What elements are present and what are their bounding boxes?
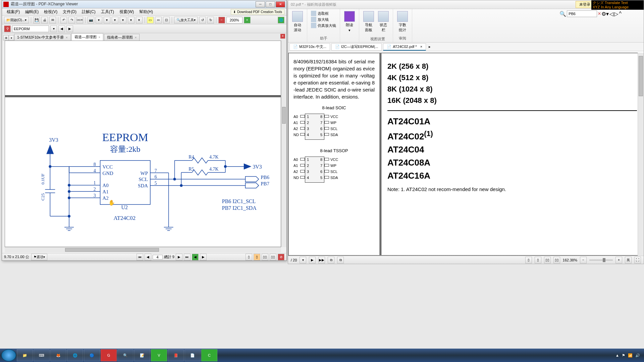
fit-page-button[interactable]: ⊡ <box>163 17 170 23</box>
tool-f[interactable]: ▾ <box>136 17 143 23</box>
right-content[interactable]: 8/4096/8192/16384 bits of serial memory … <box>288 53 644 256</box>
zoom-slider[interactable] <box>589 259 613 261</box>
system-tray[interactable]: ▲ ⚑ 📶 🔊 <box>615 353 643 358</box>
horizontal-scrollbar[interactable] <box>5 247 281 252</box>
print-button[interactable]: 🖨 <box>41 17 48 23</box>
download-badge[interactable]: ⬇Download PDF Creation Tools <box>231 9 284 15</box>
close-doc-button[interactable]: ⊘ <box>278 254 284 260</box>
tray-volume-icon[interactable]: 🔊 <box>635 353 640 358</box>
email-button[interactable]: ✉ <box>49 17 56 23</box>
dropdown-icon[interactable]: ▾ <box>300 257 306 263</box>
next-page-button[interactable]: ▶ <box>176 254 182 260</box>
web-button[interactable]: 🌐 <box>278 17 284 23</box>
tool-b[interactable]: ▾ <box>104 17 110 23</box>
tool-e[interactable]: ▾ <box>128 17 135 23</box>
search-prev-button[interactable]: ◀ <box>58 25 65 32</box>
tab-overflow-icon[interactable]: ▸ <box>429 45 431 49</box>
lang-button[interactable]: 英 <box>625 257 632 263</box>
translate-badge[interactable]: クシズ Translate Text XYZ In Any Language <box>591 0 644 10</box>
taskbar-pdf[interactable]: 📕 <box>168 349 184 361</box>
taskbar-terminal[interactable]: ⌨ <box>34 349 50 361</box>
layout-single-button[interactable]: ▯ <box>246 254 252 260</box>
rtab-at24c02[interactable]: 📄AT24C02.pdf *× <box>383 43 426 51</box>
view-cont-button[interactable]: ▯ <box>535 257 541 263</box>
taskbar-app6[interactable]: G <box>101 349 117 361</box>
first-page-button[interactable]: ⏮ <box>137 254 143 260</box>
view-facing-button[interactable]: ▯▯ <box>544 257 551 263</box>
doctab-badao[interactable]: 霸道—原理图× <box>71 33 103 41</box>
close-icon[interactable]: × <box>420 45 422 49</box>
close-button[interactable]: ✕ <box>276 1 285 7</box>
open-button[interactable]: 📂 開啟(O)... ▾ <box>4 17 29 23</box>
tool-d[interactable]: ▾ <box>120 17 126 23</box>
menu-file[interactable]: 檔案(F) <box>4 8 22 15</box>
tool-a[interactable]: ▾ <box>96 17 102 23</box>
ribbon-collapse-icon[interactable]: ^ <box>619 11 622 17</box>
view-single-button[interactable]: ▯ <box>525 257 532 263</box>
search-input[interactable] <box>12 25 49 32</box>
search-next-button[interactable]: ▶ <box>66 25 73 32</box>
last-page-button[interactable]: ⏭ <box>184 254 191 260</box>
left-titlebar[interactable]: 霸道—原理图 - PDF-XChange Viewer ─ □ ✕ <box>2 0 286 8</box>
vertical-scrollbar[interactable] <box>281 40 286 247</box>
fit-width-button[interactable]: ⇔ <box>155 17 162 23</box>
maximize-button[interactable]: □ <box>266 1 275 7</box>
zoom-tool-button[interactable]: 🔍 放大工具 ▾ <box>174 17 198 23</box>
layout-facing-button[interactable]: ▯▯ <box>262 254 268 260</box>
ocr-button[interactable]: OCR <box>76 17 83 23</box>
menu-help[interactable]: 幫助(H) <box>137 8 156 15</box>
doctab-zhinanche[interactable]: 指南者—原理图× <box>104 34 140 41</box>
close-all-tabs[interactable]: × <box>280 34 285 39</box>
redo-button[interactable]: ↷ <box>68 17 75 23</box>
rotate-right-button[interactable]: ↻ <box>207 17 214 23</box>
view-cfacing-button[interactable]: ▯▯ <box>553 257 560 263</box>
menu-window[interactable]: 視窗(W) <box>117 8 137 15</box>
menu-tool[interactable]: 工具(T) <box>98 8 117 15</box>
taskbar-notepad[interactable]: 📄 <box>184 349 201 361</box>
save-button[interactable]: 💾 <box>33 17 40 23</box>
taskbar-app7[interactable]: 🔍 <box>117 349 133 361</box>
layout-cfacing-button[interactable]: ▯▯ <box>270 254 276 260</box>
magnifier-button[interactable]: 放大镜 <box>311 16 336 22</box>
search-dropdown[interactable]: ▾ <box>50 25 57 32</box>
snapshot-button[interactable]: 📷 <box>88 17 94 23</box>
ff-button[interactable]: ▶▶ <box>318 257 325 263</box>
autoscroll-button[interactable]: 自动 滚动 <box>291 10 304 33</box>
scrollbar-thumb[interactable] <box>65 248 159 252</box>
zoom-out-button[interactable]: − <box>218 17 225 23</box>
doctab-stm32[interactable]: 1-STM32F10x-中文参考手册× <box>14 34 71 41</box>
taskbar-browser[interactable]: 🌐 <box>67 349 83 361</box>
scrollbar-thumb[interactable] <box>282 107 286 124</box>
rtab-i2c[interactable]: 📄I2C—读写EEPROM(... <box>331 43 382 51</box>
copy-button[interactable]: ⧉ <box>328 257 334 263</box>
start-button[interactable] <box>1 349 16 361</box>
loupe-button[interactable]: 仿真放大镜 <box>311 22 336 28</box>
scrollbar-thumb[interactable] <box>639 56 643 96</box>
rotate-left-button[interactable]: ↺ <box>199 17 206 23</box>
taskbar-app8[interactable]: 📝 <box>134 349 150 361</box>
search-icon[interactable]: ⚲ <box>4 25 11 32</box>
options-button[interactable]: ⚑ 選項 ▾ <box>31 254 47 260</box>
right-titlebar[interactable]: 02.pdf * - 福昕阅读器领鲜版 未登录 ⇪ ⊞ ─ ▢ ✕ <box>288 0 644 9</box>
prev-page-button[interactable]: ◀ <box>145 254 151 260</box>
layout-cont-button[interactable]: ▯ <box>254 254 260 260</box>
pdf-canvas[interactable]: EEPROM 容量:2kb 3V3 0.1UF C25 <box>5 41 281 247</box>
close-icon[interactable]: × <box>135 36 137 39</box>
taskbar-explorer[interactable]: 📁 <box>17 349 33 361</box>
search-next-icon[interactable]: ▷ <box>614 11 618 17</box>
highlight-button[interactable]: ▭ <box>147 17 154 23</box>
search-input[interactable] <box>567 10 597 17</box>
menu-doc[interactable]: 文件(D) <box>60 8 79 15</box>
search-prev-icon[interactable]: ◁ <box>609 11 613 17</box>
nav-back-button[interactable]: ◀ <box>192 254 199 260</box>
read-aloud-button[interactable]: 朗读▾ <box>343 10 356 33</box>
tab-grid-icon[interactable]: ⊞ <box>3 35 9 41</box>
tray-icon[interactable]: ▲ <box>615 353 619 357</box>
tool-c[interactable]: ▾ <box>112 17 118 23</box>
menu-edit[interactable]: 編輯(E) <box>22 8 41 15</box>
right-vscroll[interactable] <box>638 53 644 256</box>
tab-list-icon[interactable]: ▾ <box>9 35 14 41</box>
rtab-stm32[interactable]: 📄M32F10x-中文... <box>289 43 330 51</box>
tray-flag-icon[interactable]: ⚑ <box>622 353 625 358</box>
fullscreen-button[interactable]: ⛶ <box>634 257 641 263</box>
